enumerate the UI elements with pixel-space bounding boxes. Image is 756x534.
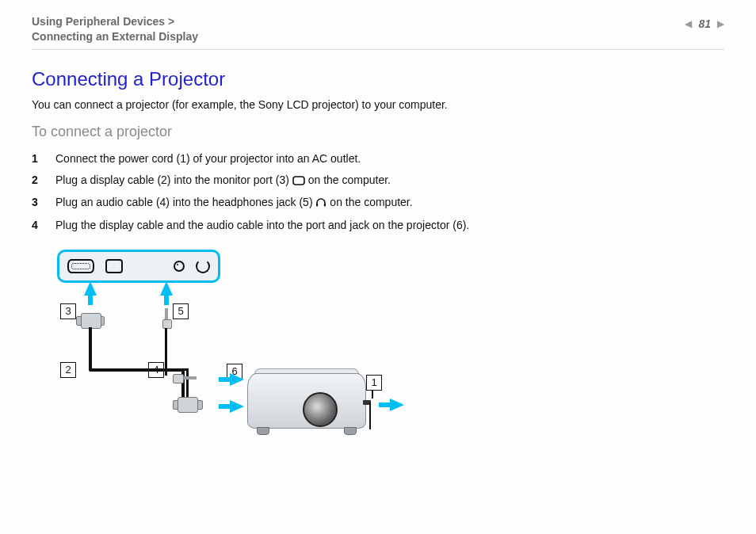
step-text: Plug the display cable and the audio cab… <box>55 219 469 231</box>
page-content: Connecting a Projector You can connect a… <box>32 68 724 456</box>
page-nav: ◀ 81 ▶ <box>685 17 724 30</box>
intro-text: You can connect a projector (for example… <box>32 98 724 111</box>
arrow-right-icon <box>390 399 404 411</box>
connection-diagram: 3 5 2 4 6 <box>57 250 430 456</box>
audio-plug-icon <box>173 374 201 382</box>
computer-port-panel <box>57 250 220 283</box>
arrow-right-icon <box>230 400 244 413</box>
breadcrumb-line-2: Connecting an External Display <box>32 29 198 44</box>
prev-page-icon[interactable]: ◀ <box>685 18 692 29</box>
vga-plug-icon <box>78 313 103 332</box>
step-1: Connect the power cord (1) of your proje… <box>32 148 724 170</box>
section-title: Connecting a Projector <box>32 68 724 90</box>
cable <box>89 346 92 370</box>
breadcrumb-line-1: Using Peripheral Devices > <box>32 14 198 29</box>
step-text-pre: Plug an audio cable (4) into the headpho… <box>55 196 315 208</box>
arrow-up-icon <box>84 281 97 296</box>
callout-2: 2 <box>60 362 76 378</box>
step-4: Plug the display cable and the audio cab… <box>32 215 724 236</box>
step-3: Plug an audio cable (4) into the headpho… <box>32 192 724 215</box>
svg-rect-2 <box>324 204 326 207</box>
projector-icon <box>247 368 366 435</box>
step-text-post: on the computer. <box>308 174 391 186</box>
procedure-heading: To connect a projector <box>32 124 724 140</box>
callout-5: 5 <box>173 303 189 319</box>
callout-1: 1 <box>366 375 382 391</box>
cable <box>186 368 189 400</box>
headphones-icon <box>315 193 326 215</box>
step-text: Connect the power cord (1) of your proje… <box>55 152 361 165</box>
step-2: Plug a display cable (2) into the monito… <box>32 170 724 193</box>
headphones-port-icon <box>196 259 210 273</box>
monitor-port-shape-icon <box>105 259 123 273</box>
page-number: 81 <box>698 17 711 30</box>
cable <box>165 368 189 371</box>
steps-list: Connect the power cord (1) of your proje… <box>32 148 724 235</box>
svg-rect-0 <box>293 177 304 185</box>
step-text-pre: Plug a display cable (2) into the monito… <box>55 174 292 186</box>
aux-port-icon <box>174 261 185 272</box>
next-page-icon[interactable]: ▶ <box>717 18 724 29</box>
arrow-up-icon <box>160 281 173 296</box>
breadcrumb: Using Peripheral Devices > Connecting an… <box>32 14 198 44</box>
vga-plug-icon <box>174 397 201 418</box>
step-text-post: on the computer. <box>330 196 412 208</box>
svg-rect-1 <box>316 204 318 207</box>
audio-plug-icon <box>162 308 171 340</box>
monitor-port-icon <box>292 171 305 193</box>
header-rule <box>32 49 724 50</box>
callout-3: 3 <box>60 303 76 319</box>
vga-port-icon <box>67 259 94 273</box>
arrow-right-icon <box>230 373 244 386</box>
